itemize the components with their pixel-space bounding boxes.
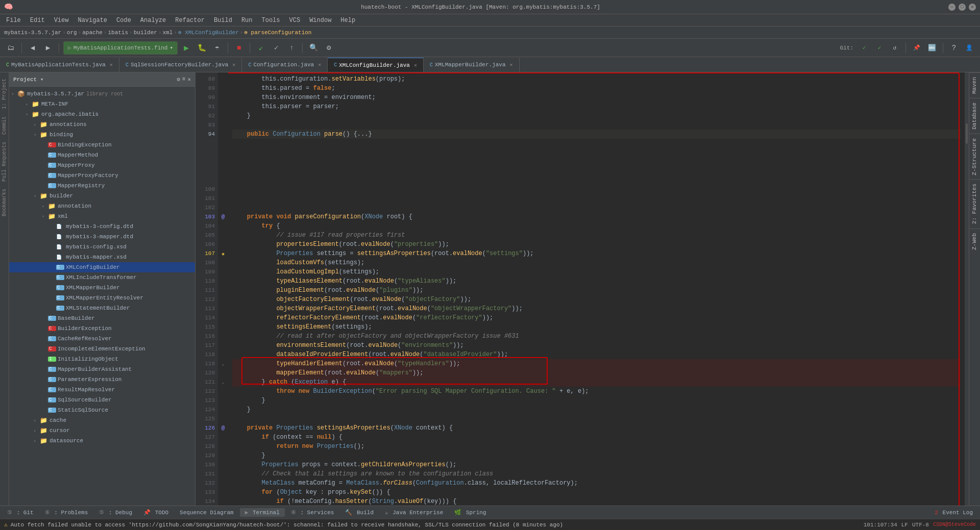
bookmarks-tool-btn[interactable]: Bookmarks bbox=[1, 187, 8, 218]
debug-button[interactable]: 🐛 bbox=[195, 41, 208, 55]
tab-close-sqlsessionfactorybuilder[interactable]: ✕ bbox=[232, 62, 235, 68]
tree-mapper-proxy[interactable]: C MapperProxy bbox=[9, 160, 195, 170]
tree-datasource-folder[interactable]: ▸ 📁 datasource bbox=[9, 436, 195, 446]
tree-mybatis-3-mapper-dtd[interactable]: 📄 mybatis-3-mapper.dtd bbox=[9, 232, 195, 242]
tree-xmlincludetransformer[interactable]: C XMLIncludeTransformer bbox=[9, 272, 195, 283]
project-gear-icon[interactable]: ⚙ bbox=[177, 76, 180, 83]
breadcrumb-mybatis-jar[interactable]: mybatis-3.5.7.jar bbox=[4, 30, 61, 36]
tree-mapperbuilderassistant[interactable]: C MapperBuilderAssistant bbox=[9, 364, 195, 374]
tree-cacherefresolver[interactable]: C CacheRefResolver bbox=[9, 334, 195, 344]
menu-item-code[interactable]: Code bbox=[112, 16, 135, 25]
tree-parameterexpression[interactable]: C ParameterExpression bbox=[9, 374, 195, 385]
run-button[interactable]: ▶ bbox=[180, 41, 193, 55]
tree-xmlmapperentityresolver[interactable]: C XMLMapperEntityResolver bbox=[9, 293, 195, 303]
menu-item-edit[interactable]: Edit bbox=[26, 16, 49, 25]
menu-item-refactor[interactable]: Refactor bbox=[171, 16, 209, 25]
z-structure-tab[interactable]: Z-Structure bbox=[969, 134, 980, 180]
tree-cache-folder[interactable]: ▸ 📁 cache bbox=[9, 415, 195, 425]
bottom-tab-terminal[interactable]: ▶ Terminal bbox=[240, 508, 285, 517]
tree-staticsqlsource[interactable]: C StaticSqlSource bbox=[9, 405, 195, 415]
bottom-tab-git[interactable]: ⑤ : Git bbox=[2, 508, 39, 517]
git-revert-btn[interactable]: ↺ bbox=[888, 41, 901, 55]
tree-mybatis-config-xsd[interactable]: 📄 mybatis-config.xsd bbox=[9, 242, 195, 252]
tab-close-mybatisapplicationtests[interactable]: ✕ bbox=[110, 62, 113, 68]
git-push-btn[interactable]: ↑ bbox=[285, 41, 298, 55]
tab-configuration[interactable]: C Configuration.java ✕ bbox=[242, 58, 328, 72]
editor-scrollbar[interactable] bbox=[965, 72, 969, 506]
tree-resultmapresolver[interactable]: C ResultMapResolver bbox=[9, 385, 195, 395]
git-update-btn[interactable]: ↙ bbox=[254, 41, 267, 55]
code-content[interactable]: this.configuration.setVariables(props); … bbox=[228, 72, 965, 506]
commit-tool-btn[interactable]: Commit bbox=[1, 114, 8, 137]
menu-item-build[interactable]: Build bbox=[210, 16, 236, 25]
menu-item-navigate[interactable]: Navigate bbox=[74, 16, 111, 25]
menu-item-analyze[interactable]: Analyze bbox=[136, 16, 170, 25]
toolbar-back-btn[interactable]: ◀ bbox=[26, 41, 39, 55]
tree-meta-inf[interactable]: ▸ 📁 META-INF bbox=[9, 99, 195, 109]
menu-item-view[interactable]: View bbox=[50, 16, 73, 25]
tree-mapper-method[interactable]: C MapperMethod bbox=[9, 150, 195, 160]
z-web-tab[interactable]: Z-Web bbox=[969, 229, 980, 254]
settings-btn[interactable]: ⚙ bbox=[322, 41, 335, 55]
breadcrumb-apache[interactable]: apache bbox=[82, 30, 103, 36]
tab-mybatisapplicationtests[interactable]: C MyBatisApplicationTests.java ✕ bbox=[0, 58, 119, 72]
tab-xmlmapperbuilder[interactable]: C XMLMapperBuilder.java ✕ bbox=[424, 58, 520, 72]
menu-item-file[interactable]: File bbox=[2, 16, 25, 25]
bottom-tab-problems[interactable]: ⑥ : Problems bbox=[40, 508, 93, 517]
tree-mybatis-3-config-dtd[interactable]: 📄 mybatis-3-config.dtd bbox=[9, 221, 195, 232]
help-btn[interactable]: ? bbox=[947, 41, 961, 55]
menu-item-run[interactable]: Run bbox=[237, 16, 257, 25]
bottom-tab-java-enterprise[interactable]: ☕ Java Enterprise bbox=[380, 508, 448, 517]
tab-close-xmlconfigbuilder[interactable]: ✕ bbox=[414, 62, 417, 68]
menu-item-help[interactable]: Help bbox=[336, 16, 359, 25]
tree-basebuilder[interactable]: C BaseBuilder bbox=[9, 313, 195, 323]
breadcrumb-parseconfiguration[interactable]: ⊕ parseConfiguration bbox=[244, 29, 311, 36]
bottom-tab-debug[interactable]: ⑤ : Debug bbox=[94, 508, 137, 517]
tree-mybatis-mapper-xsd[interactable]: 📄 mybatis-mapper.xsd bbox=[9, 252, 195, 262]
tree-incompleteelement[interactable]: C IncompleteElementException bbox=[9, 344, 195, 354]
tab-xmlconfigbuilder[interactable]: C XMLConfigBuilder.java ✕ bbox=[328, 58, 424, 72]
bottom-tab-build[interactable]: 🔨 Build bbox=[340, 508, 379, 517]
maven-tab[interactable]: Maven bbox=[969, 72, 980, 98]
project-tool-btn[interactable]: 1: Project bbox=[1, 77, 8, 111]
tree-xmlconfigbuilder[interactable]: C XMLConfigBuilder bbox=[9, 262, 195, 272]
breadcrumb-xml[interactable]: xml bbox=[163, 30, 173, 36]
scrollbar-thumb[interactable] bbox=[966, 123, 968, 144]
maximize-button[interactable]: □ bbox=[959, 4, 966, 11]
tree-binding-exception[interactable]: C BindingException bbox=[9, 140, 195, 150]
git-commit-btn[interactable]: ✓ bbox=[270, 41, 283, 55]
menu-item-tools[interactable]: Tools bbox=[258, 16, 284, 25]
tree-sqlsourcebuilder[interactable]: C SqlSourceBuilder bbox=[9, 395, 195, 405]
bottom-tab-services[interactable]: ⑧ : Services bbox=[286, 508, 339, 517]
project-close-icon[interactable]: ✕ bbox=[187, 76, 191, 83]
tab-close-configuration[interactable]: ✕ bbox=[318, 62, 321, 68]
z-favorites-tab[interactable]: 2: Favorites bbox=[969, 179, 980, 228]
tree-binding[interactable]: ▾ 📁 binding bbox=[9, 130, 195, 140]
run-config-dropdown[interactable]: ▷ MyBatisApplicationTests.find ▾ bbox=[63, 41, 178, 55]
tree-xml-folder[interactable]: ▾ 📁 xml bbox=[9, 211, 195, 221]
breadcrumb-org[interactable]: org bbox=[67, 30, 77, 36]
profile-btn[interactable]: 👤 bbox=[963, 41, 976, 55]
breadcrumb-builder[interactable]: builder bbox=[134, 30, 157, 36]
database-tab[interactable]: Database bbox=[969, 98, 980, 134]
tree-root[interactable]: ▾ 📦 mybatis-3.5.7.jar library root bbox=[9, 89, 195, 99]
search-everywhere-btn[interactable]: 🔍 bbox=[307, 41, 320, 55]
tree-mapper-registry[interactable]: C MapperRegistry bbox=[9, 181, 195, 191]
menu-item-window[interactable]: Window bbox=[305, 16, 335, 25]
tree-xmlmapperbuilder-node[interactable]: C XMLMapperBuilder bbox=[9, 283, 195, 293]
bottom-tab-todo[interactable]: 📌 TODO bbox=[138, 508, 174, 517]
todo-btn[interactable]: 📌 bbox=[910, 41, 923, 55]
tree-builderexception[interactable]: C BuilderException bbox=[9, 323, 195, 334]
breadcrumb-xmlconfigbuilder[interactable]: ⊕ XMLConfigBuilder bbox=[178, 29, 239, 36]
bottom-tab-sequence[interactable]: Sequence Diagram bbox=[175, 509, 239, 517]
stop-button[interactable]: ■ bbox=[232, 41, 246, 55]
project-collapse-icon[interactable]: ≡ bbox=[182, 76, 186, 83]
tree-annotations[interactable]: ▸ 📁 annotations bbox=[9, 119, 195, 130]
translate-btn[interactable]: 🔤 bbox=[925, 41, 939, 55]
coverage-button[interactable]: ☂ bbox=[210, 41, 224, 55]
code-area[interactable]: 88 89 90 91 92 93 94 100 101 102 103 104… bbox=[195, 72, 969, 506]
git-check-2[interactable]: ✓ bbox=[873, 41, 886, 55]
breadcrumb-ibatis[interactable]: ibatis bbox=[108, 30, 128, 36]
pullrequest-tool-btn[interactable]: Pull Requests bbox=[1, 140, 8, 184]
close-button[interactable]: ✕ bbox=[969, 4, 976, 11]
